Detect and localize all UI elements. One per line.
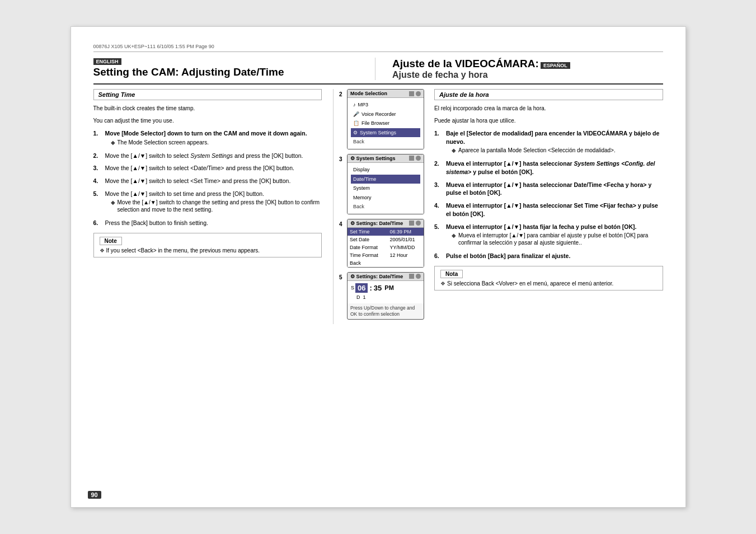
screenshot-step-4-num: 4 bbox=[339, 221, 342, 227]
step-4-content: Move the [▲/▼] switch to select <Set Tim… bbox=[105, 177, 322, 185]
min-display: 35 bbox=[374, 284, 382, 292]
right-note-box: Nota ❖ Si selecciona Back <Volver> en el… bbox=[434, 266, 663, 291]
device-icons-3 bbox=[409, 156, 421, 161]
step-6-content: Press the [Back] button to finish settin… bbox=[105, 219, 322, 227]
right-desc2: Puede ajustar la hora que utilice. bbox=[434, 117, 663, 125]
screenshot-2-wrap: 2 Mode Selection ♪ MP3 🎤 Voice Recorder … bbox=[347, 89, 424, 149]
screenshot-5: ⚙ Settings: Date/Time S 06 : 35 bbox=[347, 272, 424, 320]
note-title: Note bbox=[100, 237, 122, 245]
bullet-item: ◆ Mueva el interruptor [▲/▼] para cambia… bbox=[452, 232, 663, 246]
screenshot-5-note: Press Up/Down to change and OK to confir… bbox=[348, 303, 424, 319]
device-icons-5 bbox=[409, 274, 421, 279]
right-step-6: 6. Pulse el botón [Back] para finalizar … bbox=[434, 252, 663, 260]
right-step-6-content: Pulse el botón [Back] para finalizar el … bbox=[446, 252, 663, 260]
screenshot-5-body: S 06 : 35 PM D 1 bbox=[348, 281, 424, 303]
indicator-row: D 1 bbox=[356, 294, 420, 300]
right-step-3-num: 3. bbox=[434, 181, 444, 189]
page-wrapper: 00876J X105 UK+ESP~111 6/10/05 1:55 PM P… bbox=[71, 26, 686, 508]
screenshot-4-body: Set Time 06:39 PM Set Date 2005/01/01 Da… bbox=[348, 228, 424, 267]
row-datetime: Date/Time bbox=[351, 175, 420, 184]
right-step-3: 3. Mueva el interruptor [▲/▼] hasta sele… bbox=[434, 181, 663, 197]
screenshot-3-body: Display Date/Time System Memory Back bbox=[348, 163, 424, 214]
step-3-content: Move the [▲/▼] switch to select <Date/Ti… bbox=[105, 164, 322, 172]
spanish-label: Ajuste de la VIDEOCÁMARA: bbox=[392, 58, 539, 69]
screenshot-5-header: ⚙ Settings: Date/Time bbox=[348, 273, 424, 281]
icon-sq bbox=[409, 274, 414, 279]
right-step-5: 5. Mueva el interruptor [▲/▼] hasta fija… bbox=[434, 223, 663, 248]
screenshot-step-2-num: 2 bbox=[339, 91, 342, 97]
right-step-2: 2. Mueva el interruptor [▲/▼] hasta sele… bbox=[434, 160, 663, 176]
right-note-title: Nota bbox=[440, 270, 463, 278]
step-5-num: 5. bbox=[93, 190, 104, 198]
settings-table: Set Time 06:39 PM Set Date 2005/01/01 Da… bbox=[348, 228, 424, 267]
right-step-2-content: Mueva el interruptor [▲/▼] hasta selecci… bbox=[446, 160, 663, 176]
right-column: Ajuste de la hora El reloj incorporado c… bbox=[429, 89, 663, 324]
screenshot-4-header: ⚙ Settings: Date/Time bbox=[348, 219, 424, 228]
note-line2: OK to confirm selection bbox=[350, 311, 400, 317]
hour-display: 06 bbox=[355, 283, 368, 293]
row-indicators: S 06 : 35 PM bbox=[351, 283, 420, 293]
step-2-content: Move the [▲/▼] switch to select System S… bbox=[105, 152, 322, 160]
bullet-text: Move the [▲/▼] switch to change the sett… bbox=[118, 199, 322, 213]
bullet-symbol: ◆ bbox=[111, 139, 118, 146]
ind-1: 1 bbox=[363, 294, 366, 300]
step-3: 3. Move the [▲/▼] switch to select <Date… bbox=[93, 164, 322, 172]
icon-sq bbox=[409, 156, 414, 161]
bullet-symbol: ◆ bbox=[452, 232, 458, 246]
set-date-label: Set Date bbox=[348, 236, 387, 243]
page-header: ENGLISH Setting the CAM: Adjusting Date/… bbox=[93, 58, 663, 85]
english-title: Setting the CAM: Adjusting Date/Time bbox=[93, 66, 284, 78]
right-step-5-num: 5. bbox=[434, 223, 444, 231]
note-box: Note ❖ If you select <Back> in the menu,… bbox=[93, 233, 322, 257]
note-content: ❖ If you select <Back> in the menu, the … bbox=[100, 247, 316, 254]
bullet-text: The Mode Selection screen appears. bbox=[118, 139, 209, 146]
step-3-num: 3. bbox=[93, 164, 104, 172]
screenshot-5-wrap: 5 ⚙ Settings: Date/Time S 06 bbox=[347, 272, 424, 320]
step-5-content: Move the [▲/▼] switch to set time and pr… bbox=[105, 190, 322, 215]
right-desc1: El reloj incorporado crea la marca de la… bbox=[434, 105, 663, 113]
icon-circle bbox=[416, 91, 421, 96]
step-5: 5. Move the [▲/▼] switch to set time and… bbox=[93, 190, 322, 215]
icon-circle bbox=[416, 156, 421, 161]
right-step-3-content: Mueva el interruptor [▲/▼] hasta selecci… bbox=[446, 181, 663, 197]
step-4-num: 4. bbox=[93, 177, 104, 185]
bullet-text: Aparece la pantalla Mode Selection <Sele… bbox=[458, 147, 616, 154]
page-number: 90 bbox=[88, 491, 101, 499]
date-format-label: Date Format bbox=[348, 243, 387, 251]
row-display: Display bbox=[351, 165, 420, 175]
icon-sq bbox=[409, 221, 414, 226]
row-file: 📋 File Browser bbox=[351, 119, 420, 128]
screenshot-3-wrap: 3 ⚙ System Settings Display Date/Time Sy… bbox=[347, 154, 424, 214]
time-format-value: 12 Hour bbox=[387, 251, 424, 259]
bullet-symbol: ❖ bbox=[440, 280, 447, 287]
step-5-bullets: ◆ Move the [▲/▼] switch to change the se… bbox=[111, 199, 322, 213]
step-2: 2. Move the [▲/▼] switch to select Syste… bbox=[93, 152, 322, 160]
bullet-symbol: ◆ bbox=[452, 147, 458, 154]
set-time-value: 06:39 PM bbox=[387, 228, 424, 236]
screenshots-column: 2 Mode Selection ♪ MP3 🎤 Voice Recorder … bbox=[334, 89, 429, 324]
spanish-title: Ajuste de fecha y hora bbox=[392, 70, 488, 79]
right-step-4-content: Mueva el interruptor [▲/▼] hasta selecci… bbox=[446, 202, 663, 218]
right-steps: 1. Baje el [Selector de modalidad] para … bbox=[434, 129, 663, 260]
screenshot-2-header: Mode Selection bbox=[348, 90, 424, 98]
note-line1: Press Up/Down to change and bbox=[350, 305, 415, 311]
step-1: 1. Move [Mode Selector] down to turn on … bbox=[93, 129, 322, 147]
right-step-6-num: 6. bbox=[434, 252, 444, 260]
note-text: If you select <Back> in the menu, the pr… bbox=[106, 247, 260, 254]
time-display: 06 : 35 PM bbox=[355, 283, 394, 293]
set-time-label: Set Time bbox=[348, 228, 387, 236]
left-section-title: Setting Time bbox=[93, 89, 322, 100]
screenshot-3: ⚙ System Settings Display Date/Time Syst… bbox=[347, 154, 424, 214]
left-steps: 1. Move [Mode Selector] down to turn on … bbox=[93, 129, 322, 227]
row-mp3: ♪ MP3 bbox=[351, 100, 420, 110]
row-back-2: Back bbox=[351, 202, 420, 212]
screenshot-2-body: ♪ MP3 🎤 Voice Recorder 📋 File Browser ⚙ … bbox=[348, 98, 424, 149]
time-format-label: Time Format bbox=[348, 251, 387, 259]
ind-d: D bbox=[356, 294, 360, 300]
step-6-num: 6. bbox=[93, 219, 104, 227]
device-icons bbox=[409, 91, 421, 96]
left-desc2: You can adjust the time you use. bbox=[93, 117, 322, 125]
row-system: System bbox=[351, 184, 420, 193]
screenshot-5-title: ⚙ Settings: Date/Time bbox=[350, 274, 403, 279]
screenshot-4-title: ⚙ Settings: Date/Time bbox=[350, 221, 403, 226]
